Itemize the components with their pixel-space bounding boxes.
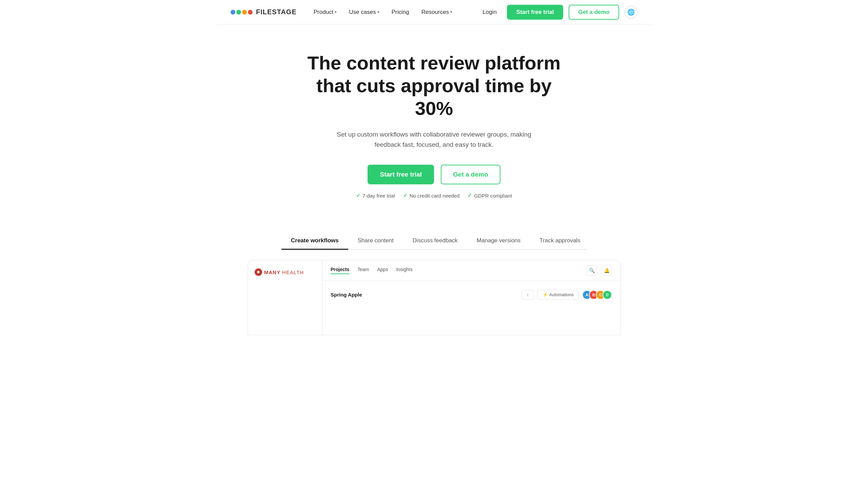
navbar-left: FILESTAGE Product ▾ Use cases ▾ Pricing … (231, 6, 457, 18)
app-tab-projects[interactable]: Projects (331, 267, 349, 274)
hero-buttons: Start free trial Get a demo (368, 165, 500, 184)
hero-trial-button[interactable]: Start free trial (368, 165, 434, 184)
tab-create-workflows[interactable]: Create workflows (281, 232, 348, 250)
nav-item-pricing[interactable]: Pricing (387, 6, 414, 18)
upload-icon: ↑ (527, 292, 529, 297)
tab-share-content[interactable]: Share content (348, 232, 403, 250)
checkmark-icon-1: ✓ (356, 192, 360, 199)
main-nav: Product ▾ Use cases ▾ Pricing Resources … (309, 6, 457, 18)
nav-item-product[interactable]: Product ▾ (309, 6, 342, 18)
logo-dot-red (248, 10, 253, 15)
navbar-right: Login Start free trial Get a demo 🌐 (478, 5, 637, 20)
search-icon: 🔍 (589, 268, 595, 273)
trust-item-gdpr: ✓ GDPR compliant (468, 192, 512, 199)
app-nav-actions: 🔍 🔔 (586, 265, 612, 276)
team-avatars: A B C D (582, 290, 612, 300)
app-sidebar: ❋ MANY HEALTH (248, 260, 322, 335)
globe-icon: 🌐 (627, 8, 635, 16)
app-preview: ❋ MANY HEALTH Projects Team Apps Insight… (248, 260, 620, 335)
nav-demo-button[interactable]: Get a demo (569, 5, 619, 20)
automations-button[interactable]: ⚡ Automations (537, 290, 579, 300)
app-tab-insights[interactable]: Insights (396, 267, 412, 274)
product-chevron-icon: ▾ (335, 10, 337, 14)
logo-icon (231, 10, 253, 15)
project-name: Spring Apple (331, 292, 362, 298)
tab-track-approvals[interactable]: Track approvals (530, 232, 590, 250)
trust-item-trial: ✓ 7-day free trial (356, 192, 395, 199)
hero-title: The content review platform that cuts ap… (298, 52, 570, 120)
feature-tabs-bar: Create workflows Share content Discuss f… (281, 232, 587, 250)
bell-icon: 🔔 (604, 268, 610, 273)
logo-dot-blue (231, 10, 235, 15)
project-actions: ↑ ⚡ Automations A B C D (521, 290, 612, 300)
use-cases-chevron-icon: ▾ (377, 10, 379, 14)
checkmark-icon-2: ✓ (403, 192, 408, 199)
resources-chevron-icon: ▾ (450, 10, 452, 14)
logo-text: FILESTAGE (256, 8, 297, 16)
client-logo-text: MANY HEALTH (264, 269, 304, 275)
navbar: FILESTAGE Product ▾ Use cases ▾ Pricing … (217, 0, 651, 24)
tab-manage-versions[interactable]: Manage versions (467, 232, 530, 250)
hero-trust-indicators: ✓ 7-day free trial ✓ No credit card need… (356, 192, 512, 199)
app-inner-layout: ❋ MANY HEALTH Projects Team Apps Insight… (248, 260, 620, 335)
app-nav-tabs: Projects Team Apps Insights (331, 267, 413, 274)
logo[interactable]: FILESTAGE (231, 8, 297, 16)
automation-icon: ⚡ (542, 292, 548, 297)
language-selector-button[interactable]: 🌐 (625, 6, 637, 19)
app-main-content: Projects Team Apps Insights 🔍 🔔 (322, 260, 620, 335)
tab-discuss-feedback[interactable]: Discuss feedback (403, 232, 467, 250)
checkmark-icon-3: ✓ (468, 192, 472, 199)
hero-subtitle: Set up custom workflows with collaborati… (329, 129, 539, 150)
search-button[interactable]: 🔍 (586, 265, 597, 276)
login-link[interactable]: Login (478, 6, 501, 18)
nav-item-use-cases[interactable]: Use cases ▾ (344, 6, 384, 18)
client-logo-icon: ❋ (255, 268, 262, 276)
notifications-button[interactable]: 🔔 (601, 265, 612, 276)
project-row: Spring Apple ↑ ⚡ Automations A B (331, 286, 612, 303)
app-project-content: Spring Apple ↑ ⚡ Automations A B (322, 281, 620, 308)
logo-dot-orange (242, 10, 247, 15)
nav-trial-button[interactable]: Start free trial (507, 5, 564, 20)
client-logo: ❋ MANY HEALTH (255, 268, 315, 276)
hero-section: The content review platform that cuts ap… (217, 24, 651, 219)
feature-tabs-section: Create workflows Share content Discuss f… (217, 219, 651, 335)
avatar-4: D (603, 290, 612, 300)
upload-button[interactable]: ↑ (521, 290, 534, 300)
hero-demo-button[interactable]: Get a demo (441, 165, 500, 184)
trust-item-no-card: ✓ No credit card needed (403, 192, 460, 199)
app-tab-apps[interactable]: Apps (377, 267, 388, 274)
nav-item-resources[interactable]: Resources ▾ (417, 6, 457, 18)
app-top-nav: Projects Team Apps Insights 🔍 🔔 (322, 260, 620, 281)
app-tab-team[interactable]: Team (357, 267, 369, 274)
logo-dot-green (236, 10, 241, 15)
